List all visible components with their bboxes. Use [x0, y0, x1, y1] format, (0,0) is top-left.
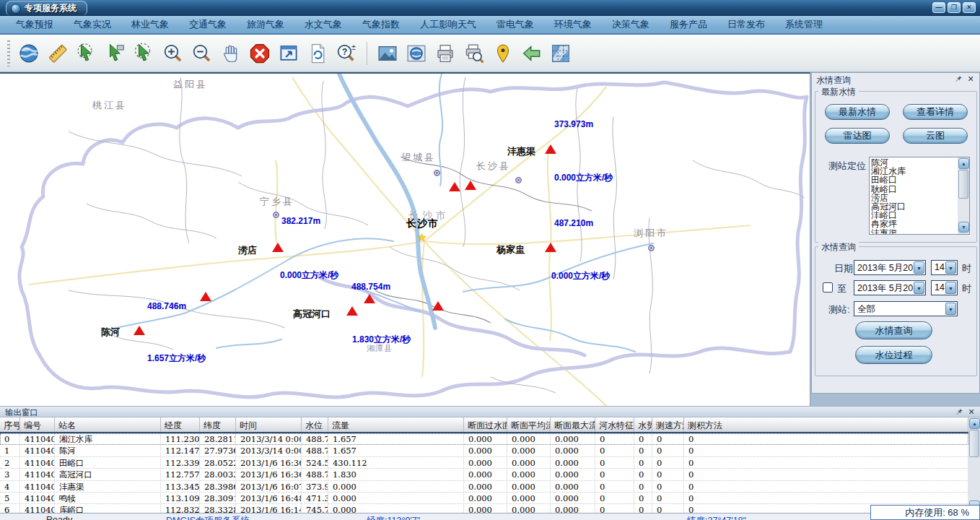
station-marker[interactable]	[200, 292, 211, 301]
table-row[interactable]: 541104022鸣犊113.10944428.3091672013/1/6 1…	[0, 493, 968, 504]
refresh-icon[interactable]	[307, 43, 328, 64]
column-header[interactable]: 水势	[634, 417, 652, 432]
column-header[interactable]: 河水特征码	[595, 417, 634, 432]
chevron-down-icon[interactable]: ▼	[945, 303, 956, 315]
station-marker[interactable]	[545, 243, 556, 252]
view-details-button[interactable]: 查看详情	[903, 104, 968, 120]
output-close-icon[interactable]: ✕	[966, 407, 976, 417]
column-header[interactable]: 纬度	[200, 417, 236, 432]
zoom-in-icon[interactable]	[162, 43, 184, 64]
print-preview-icon[interactable]	[463, 43, 485, 64]
identify-icon[interactable]: ?±	[336, 43, 357, 64]
table-row[interactable]: 441104017沣惠渠113.34527828.3986112013/1/6 …	[0, 481, 968, 493]
listbox-scrollbar[interactable]: ▲ ▼	[958, 157, 969, 234]
chevron-down-icon[interactable]: ▼	[914, 282, 924, 294]
station-marker[interactable]	[346, 306, 358, 316]
scroll-thumb[interactable]	[969, 430, 979, 457]
date-combo[interactable]: 2013年 5月20日 ▼	[854, 260, 926, 275]
water-level-process-button[interactable]: 水位过程	[855, 346, 932, 364]
menu-item[interactable]: 系统管理	[775, 17, 833, 32]
globe-icon[interactable]	[18, 43, 40, 64]
column-header[interactable]: 测速方法	[652, 417, 684, 432]
station-listbox[interactable]: 陈河湘江水库田峪口耿峪口涝店高冠河口沣峪口冉家坪沣惠渠 ▲ ▼	[869, 157, 970, 235]
column-header[interactable]: 编号	[20, 417, 55, 432]
station-marker[interactable]	[272, 243, 284, 252]
column-header[interactable]: 时间	[236, 417, 302, 432]
column-header[interactable]: 序号	[0, 417, 20, 432]
water-query-button[interactable]: 水情查询	[855, 321, 932, 339]
station-marker[interactable]	[449, 182, 460, 191]
station-combo[interactable]: 全部 ▼	[854, 301, 958, 316]
table-row[interactable]: 141104002陈河112.14777827.9736112013/3/14 …	[0, 445, 968, 456]
radar-chart-button[interactable]: 雷达图	[825, 128, 890, 144]
table-scrollbar[interactable]: ▲ ▼	[968, 417, 980, 513]
list-item[interactable]: 田峪口	[871, 176, 957, 184]
list-item[interactable]: 沣惠渠	[871, 229, 957, 235]
chevron-down-icon[interactable]: ▼	[945, 261, 956, 274]
table-row[interactable]: 341104010高冠河口112.75722228.0033332013/1/6…	[0, 469, 968, 480]
minimize-button[interactable]: —	[932, 2, 945, 13]
latest-water-button[interactable]: 最新水情	[825, 104, 890, 120]
table-row[interactable]: 241104004田峪口112.33916728.0522222013/1/6 …	[0, 457, 968, 469]
menu-item[interactable]: 气象预报	[6, 17, 64, 32]
station-marker[interactable]	[432, 301, 444, 311]
menu-item[interactable]: 环境气象	[544, 17, 602, 32]
column-header[interactable]: 水位	[302, 417, 328, 432]
pan-icon[interactable]	[220, 43, 242, 64]
swipe-image-icon[interactable]	[377, 43, 398, 64]
pin-icon[interactable]: 📌︎	[953, 74, 963, 84]
column-header[interactable]: 经度	[161, 417, 200, 432]
station-marker[interactable]	[364, 294, 375, 303]
table-row[interactable]: 641104024库峪口112.83277828.3328532013/1/6 …	[0, 504, 968, 513]
stop-icon[interactable]	[249, 43, 271, 64]
column-header[interactable]: 站名	[55, 417, 161, 432]
world-layers-icon[interactable]	[406, 43, 427, 64]
station-marker[interactable]	[465, 181, 476, 190]
scroll-up-icon[interactable]: ▲	[958, 158, 969, 169]
menu-item[interactable]: 日常发布	[717, 17, 775, 32]
station-marker[interactable]	[134, 326, 145, 335]
select-polygon-icon[interactable]	[76, 43, 97, 64]
print-icon[interactable]	[434, 43, 456, 64]
chevron-down-icon[interactable]: ▼	[914, 261, 924, 274]
column-header[interactable]: 断面平均流	[507, 417, 551, 432]
hour2-combo[interactable]: 14 ▼	[931, 280, 958, 295]
list-item[interactable]: 冉家坪	[871, 220, 957, 228]
select-circle-icon[interactable]	[134, 43, 155, 64]
fit-extent-icon[interactable]	[278, 43, 299, 64]
restore-button[interactable]: ❐	[948, 2, 961, 13]
menu-item[interactable]: 雷电气象	[486, 17, 544, 32]
scroll-down-icon[interactable]: ▼	[958, 222, 969, 233]
menu-item[interactable]: 人工影响天气	[410, 17, 486, 32]
date2-combo[interactable]: 2013年 5月20日 ▼	[854, 280, 926, 295]
list-item[interactable]: 耿峪口	[871, 185, 957, 194]
pin-icon[interactable]: 📌︎	[954, 407, 964, 417]
scroll-thumb[interactable]	[958, 170, 968, 199]
locate-pin-icon[interactable]	[492, 43, 514, 64]
menu-item[interactable]: 气象实况	[64, 17, 121, 32]
menu-item[interactable]: 气象指数	[352, 17, 410, 32]
measure-icon[interactable]	[47, 43, 69, 64]
zoom-out-icon[interactable]	[191, 43, 213, 64]
menu-item[interactable]: 林业气象	[121, 17, 179, 32]
scroll-up-icon[interactable]: ▲	[969, 418, 980, 429]
map-canvas[interactable]: 益阳县桃江县宁乡县望城县长沙县浏阳市湘潭县长沙市长沙市涝店陈河高冠河口沣惠渠杨家…	[0, 72, 810, 406]
hour-combo[interactable]: 14 ▼	[931, 260, 958, 275]
station-marker[interactable]	[545, 144, 556, 154]
to-checkbox[interactable]	[823, 282, 833, 292]
menu-item[interactable]: 旅游气象	[237, 17, 294, 32]
select-arrow-icon[interactable]	[105, 43, 126, 64]
column-header[interactable]: 断面过水面	[464, 417, 507, 432]
column-header[interactable]: 测积方法	[684, 417, 968, 432]
overview-map-icon[interactable]	[550, 43, 572, 64]
table-row[interactable]: 041104002湘江水库111.23000028.2811112013/3/1…	[0, 433, 968, 445]
panel-close-icon[interactable]: ✕	[966, 74, 976, 84]
column-header[interactable]: 流量	[328, 417, 464, 432]
menu-item[interactable]: 水文气象	[294, 17, 352, 32]
close-button[interactable]: ✕	[963, 2, 976, 13]
menu-item[interactable]: 服务产品	[660, 17, 717, 32]
toolbar-grip[interactable]	[7, 40, 10, 66]
column-header[interactable]: 断面最大流	[551, 417, 595, 432]
chevron-down-icon[interactable]: ▼	[945, 282, 956, 294]
menu-item[interactable]: 决策气象	[602, 17, 660, 32]
